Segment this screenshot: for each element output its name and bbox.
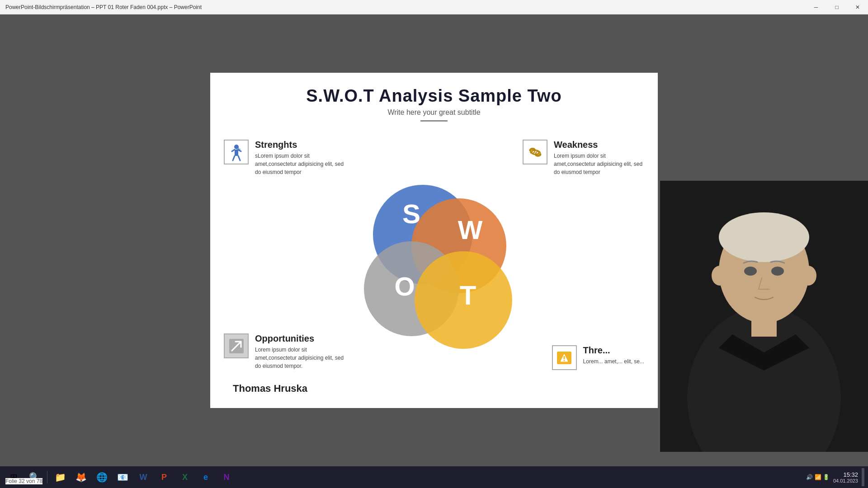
- svg-rect-21: [751, 314, 777, 337]
- powerpoint-button[interactable]: P: [154, 468, 174, 486]
- weakness-body: Lorem ipsum dolor sit amet,consectetur a…: [554, 152, 644, 176]
- onenote-button[interactable]: N: [217, 468, 236, 486]
- strengths-text: Strenghts sLorem ipsum dolor sit amet,co…: [255, 140, 345, 176]
- svg-point-14: [564, 360, 565, 361]
- strengths-body: sLorem ipsum dolor sit amet,consectetur …: [255, 152, 345, 176]
- opportunities-text: Opportunities Lorem ipsum dolor sit amet…: [255, 333, 345, 370]
- webcam-feed: [660, 181, 868, 452]
- weakness-block: Weakness Lorem ipsum dolor sit amet,cons…: [523, 140, 644, 176]
- svg-point-18: [719, 212, 809, 262]
- slide-footer: Thomas Hruska: [233, 383, 307, 394]
- slide-subtitle: Write here your great subtitle: [210, 108, 658, 117]
- svg-point-20: [800, 266, 816, 286]
- clock: 15:32 04.01.2023: [833, 471, 858, 483]
- threats-title: Thre...: [583, 345, 644, 356]
- svg-point-0: [234, 145, 239, 149]
- opportunities-icon-box: [224, 333, 249, 358]
- firefox-button[interactable]: 🦊: [71, 468, 91, 486]
- weakness-icon-box: [523, 140, 547, 164]
- label-w: W: [458, 215, 483, 244]
- person-silhouette: [660, 181, 868, 452]
- svg-line-4: [233, 156, 235, 160]
- svg-line-2: [232, 150, 235, 151]
- presenter-name: Thomas Hruska: [233, 383, 307, 394]
- strengths-icon-box: [224, 140, 249, 164]
- threats-icon: [555, 349, 573, 367]
- close-button[interactable]: ✕: [847, 0, 868, 14]
- taskbar: ⊞ 🔍 📁 🦊 🌐 📧 W P X e N 🔊 📶 🔋 15:32 04.01.…: [0, 466, 868, 488]
- time: 15:32: [833, 471, 858, 478]
- title-underline: [420, 120, 448, 122]
- window-title: PowerPoint-Bildschirmpräsentation – PPT …: [5, 4, 202, 10]
- minimize-button[interactable]: ─: [806, 0, 826, 14]
- window-controls: ─ □ ✕: [806, 0, 868, 14]
- edge-button[interactable]: e: [196, 468, 216, 486]
- weakness-title: Weakness: [554, 140, 644, 150]
- system-tray: 🔊 📶 🔋: [806, 474, 830, 480]
- slide-canvas: S.W.O.T Analysis Sample Two Write here y…: [210, 73, 658, 408]
- threats-body: Lorem... amet,... elit, se...: [583, 357, 644, 366]
- word-button[interactable]: W: [133, 468, 153, 486]
- file-explorer-button[interactable]: 📁: [50, 468, 70, 486]
- title-bar: PowerPoint-Bildschirmpräsentation – PPT …: [0, 0, 868, 14]
- strengths-icon: [227, 143, 245, 161]
- svg-line-5: [238, 156, 240, 160]
- svg-point-19: [712, 266, 728, 286]
- label-o: O: [394, 272, 415, 301]
- maximize-button[interactable]: □: [826, 0, 847, 14]
- slide-title-section: S.W.O.T Analysis Sample Two Write here y…: [210, 86, 658, 122]
- label-t: T: [460, 280, 476, 310]
- svg-point-23: [771, 267, 784, 276]
- slide-main-title: S.W.O.T Analysis Sample Two: [210, 86, 658, 106]
- opportunities-icon: [227, 337, 245, 355]
- show-desktop[interactable]: [862, 468, 864, 486]
- date: 04.01.2023: [833, 478, 858, 483]
- taskbar-separator: [47, 471, 47, 483]
- chrome-button[interactable]: 🌐: [92, 468, 112, 486]
- webcam-overlay: [660, 181, 868, 452]
- label-s: S: [402, 199, 420, 229]
- svg-point-22: [744, 267, 757, 276]
- content-area: Strenghts sLorem ipsum dolor sit amet,co…: [210, 126, 658, 388]
- opportunities-block: Opportunities Lorem ipsum dolor sit amet…: [224, 333, 345, 370]
- mail-button[interactable]: 📧: [113, 468, 132, 486]
- svg-rect-13: [564, 356, 565, 359]
- weakness-icon: [526, 143, 544, 161]
- threats-icon-box: [552, 345, 577, 370]
- weakness-text: Weakness Lorem ipsum dolor sit amet,cons…: [554, 140, 644, 176]
- taskbar-right: 🔊 📶 🔋 15:32 04.01.2023: [806, 468, 864, 486]
- excel-button[interactable]: X: [175, 468, 195, 486]
- strengths-title: Strenghts: [255, 140, 345, 150]
- venn-svg: S W O T: [353, 174, 524, 354]
- strengths-block: Strenghts sLorem ipsum dolor sit amet,co…: [224, 140, 345, 176]
- venn-diagram: S W O T: [353, 174, 515, 341]
- threats-text: Thre... Lorem... amet,... elit, se...: [583, 345, 644, 366]
- opportunities-title: Opportunities: [255, 333, 345, 344]
- opportunities-body: Lorem ipsum dolor sit amet,consectetur a…: [255, 346, 345, 370]
- threats-block: Thre... Lorem... amet,... elit, se...: [552, 345, 644, 370]
- slide-counter: Folie 32 von 78: [5, 478, 42, 484]
